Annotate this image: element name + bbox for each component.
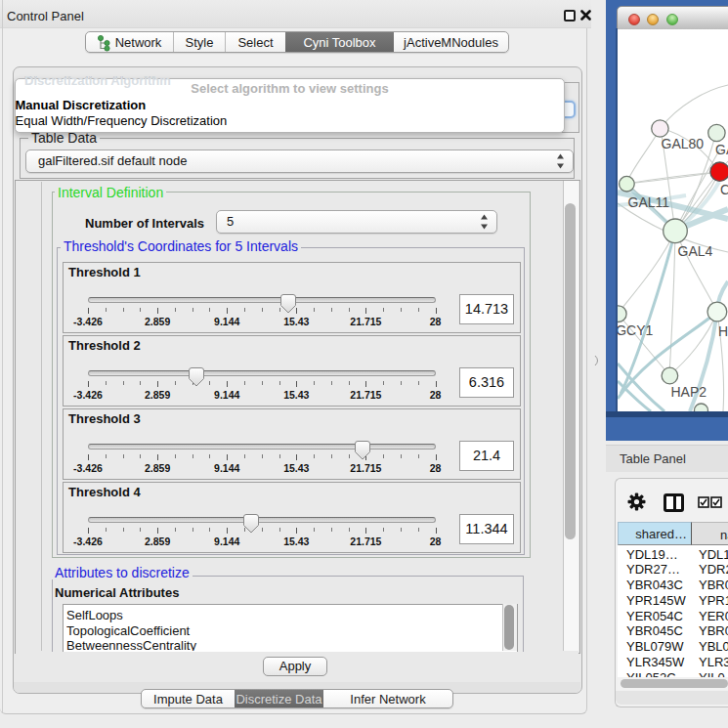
- svg-text:GAL80: GAL80: [662, 136, 705, 151]
- svg-text:GAL11: GAL11: [628, 194, 670, 210]
- svg-text:H: H: [718, 323, 728, 339]
- svg-text:C: C: [720, 182, 728, 197]
- svg-text:GCY1: GCY1: [618, 322, 654, 338]
- svg-text:GA: GA: [715, 142, 728, 157]
- svg-text:GAL4: GAL4: [678, 243, 713, 259]
- svg-text:HAP2: HAP2: [671, 384, 707, 400]
